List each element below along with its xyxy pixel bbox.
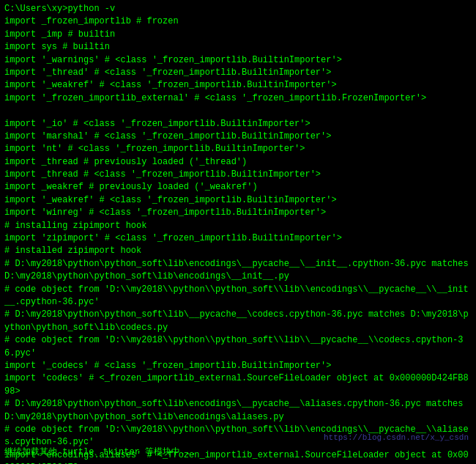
terminal-line: import 'winreg' # <class '_frozen_import… bbox=[4, 207, 472, 219]
watermark: https://blog.csdn.net/x_y_csdn bbox=[324, 433, 469, 442]
terminal-line: import 'marshal' # <class '_frozen_impor… bbox=[4, 130, 472, 143]
terminal-line: # installing zipimport hook bbox=[4, 220, 472, 232]
terminal-line: import '_weakref' # <class '_frozen_impo… bbox=[4, 79, 472, 92]
terminal-line: # D:\my2018\python\python_soft\lib\__pyc… bbox=[4, 309, 472, 334]
terminal-line: import _frozen_importlib # frozen bbox=[4, 15, 472, 28]
terminal-line: C:\Users\xy>python -v bbox=[4, 3, 472, 15]
terminal-line: import 'nt' # <class '_frozen_importlib.… bbox=[4, 143, 472, 155]
terminal-line: # code object from 'D:\\my2018\\python\\… bbox=[4, 334, 472, 360]
terminal-line: # D:\my2018\python\python_soft\lib\encod… bbox=[4, 258, 472, 284]
terminal-line: import '_codecs' # <class '_frozen_impor… bbox=[4, 360, 472, 372]
terminal-line: import '_frozen_importlib_external' # <c… bbox=[4, 92, 472, 105]
terminal-line: import 'zipimport' # <class '_frozen_imp… bbox=[4, 232, 472, 245]
terminal-line: import 'codecs' # <_frozen_importlib_ext… bbox=[4, 372, 472, 398]
bottom-text: 继续加载其他 turtle、tkinter 等模块中... bbox=[4, 446, 472, 458]
terminal-line: import '_weakref' # <class '_frozen_impo… bbox=[4, 194, 472, 207]
terminal-line: import '_warnings' # <class '_frozen_imp… bbox=[4, 54, 472, 67]
terminal-line: import _thread # previously loaded ('_th… bbox=[4, 156, 472, 169]
terminal-line: # D:\my2018\python\python_soft\lib\encod… bbox=[4, 398, 472, 424]
terminal-line: # code object from 'D:\\my2018\\python\\… bbox=[4, 284, 472, 309]
terminal-line: import _weakref # previously loaded ('_w… bbox=[4, 181, 472, 194]
terminal-line: # installed zipimport hook bbox=[4, 245, 472, 257]
terminal-line bbox=[4, 105, 472, 117]
terminal-line: import sys # builtin bbox=[4, 41, 472, 54]
terminal-window: C:\Users\xy>python -vimport _frozen_impo… bbox=[0, 0, 476, 464]
terminal-line: import '_thread' # <class '_frozen_impor… bbox=[4, 67, 472, 79]
terminal-line: import _thread # <class '_frozen_importl… bbox=[4, 169, 472, 181]
terminal-line: import _imp # builtin bbox=[4, 29, 472, 41]
terminal-line: import '_io' # <class '_frozen_importlib… bbox=[4, 118, 472, 130]
